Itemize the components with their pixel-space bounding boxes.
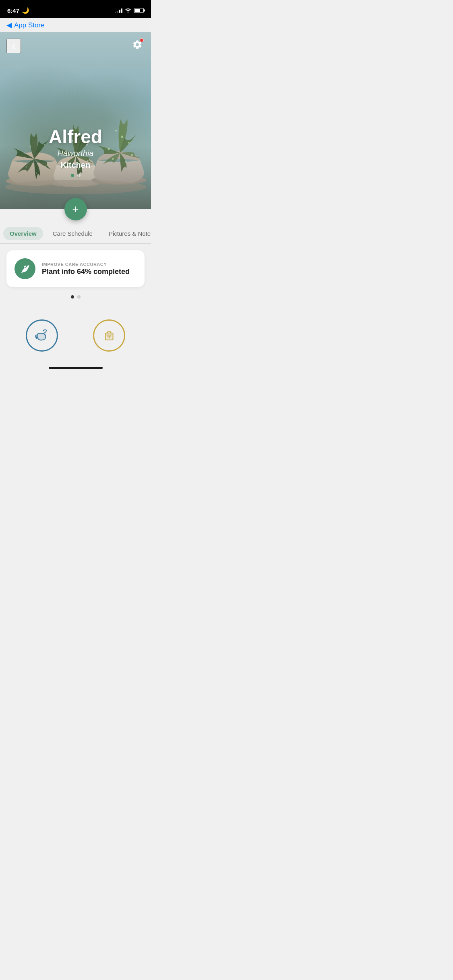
signal-bar-2 <box>117 11 118 13</box>
fertilize-circle-icon <box>93 319 125 352</box>
wifi-icon <box>125 8 131 14</box>
care-value: Plant info 64% completed <box>42 268 137 276</box>
moon-icon: 🌙 <box>22 7 29 14</box>
tab-overview[interactable]: Overview <box>3 227 43 240</box>
signal-bar-4 <box>121 8 122 13</box>
fab-wrapper: + <box>0 198 151 220</box>
card-dot-2 <box>77 295 81 299</box>
hero-dot-2 <box>77 174 81 177</box>
card-pagination-dots <box>6 295 145 299</box>
settings-gear-icon <box>132 39 143 52</box>
hero-overlay: Alfred Haworthia Kitchen <box>0 103 151 209</box>
tab-pictures-notes[interactable]: Pictures & Notes <box>102 227 151 240</box>
add-action-button[interactable]: + <box>64 198 87 220</box>
plant-location: Kitchen <box>0 161 151 170</box>
status-bar: 6:47 🌙 <box>0 0 151 18</box>
home-indicator <box>0 364 151 373</box>
hero-dot-1 <box>71 174 74 177</box>
battery-icon <box>134 8 144 13</box>
settings-notification-badge <box>140 38 144 42</box>
plus-icon: + <box>72 203 79 216</box>
back-button[interactable]: ‹ <box>6 39 21 53</box>
care-icon <box>14 258 35 279</box>
card-dot-1 <box>71 295 74 299</box>
care-accuracy-card[interactable]: IMPROVE CARE ACCURACY Plant info 64% com… <box>6 250 145 287</box>
care-label: IMPROVE CARE ACCURACY <box>42 262 137 267</box>
appstore-navbar[interactable]: ◀ App Store <box>0 18 151 32</box>
status-icons <box>115 8 144 14</box>
status-time: 6:47 <box>7 7 19 14</box>
signal-bar-1 <box>115 12 116 13</box>
tab-care-schedule[interactable]: Care Schedule <box>46 227 99 240</box>
action-icons-row <box>0 313 151 364</box>
plant-name: Alfred <box>0 127 151 147</box>
appstore-label: App Store <box>14 21 45 29</box>
signal-icon <box>115 8 122 13</box>
main-content: IMPROVE CARE ACCURACY Plant info 64% com… <box>0 244 151 313</box>
signal-bar-3 <box>119 10 120 13</box>
water-circle-icon <box>26 319 58 352</box>
hero-section: Alfred Haworthia Kitchen ‹ <box>0 32 151 209</box>
water-action[interactable] <box>26 319 58 352</box>
back-arrow-icon: ‹ <box>12 40 15 51</box>
plant-scientific-name: Haworthia <box>0 149 151 158</box>
fertilize-action[interactable] <box>93 319 125 352</box>
status-time-area: 6:47 🌙 <box>7 7 29 14</box>
tab-navigation: Overview Care Schedule Pictures & Notes … <box>0 220 151 240</box>
appstore-back-arrow[interactable]: ◀ <box>6 21 12 29</box>
hero-pagination-dots <box>0 174 151 177</box>
settings-button[interactable] <box>130 39 145 53</box>
home-bar <box>49 367 103 369</box>
care-text: IMPROVE CARE ACCURACY Plant info 64% com… <box>42 262 137 276</box>
